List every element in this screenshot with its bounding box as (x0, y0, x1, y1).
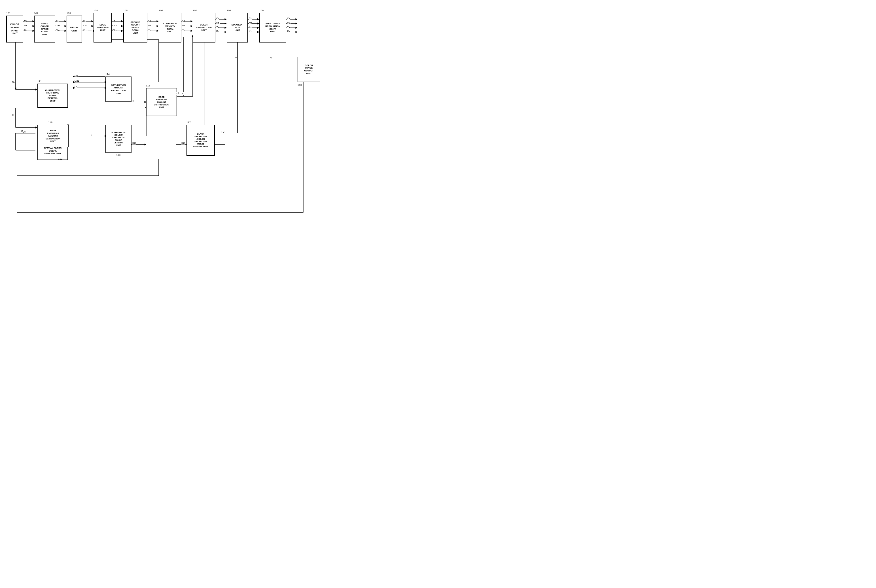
lbl-Ca1-del: Ca₁ (75, 80, 79, 82)
ref-107: 107 (193, 9, 197, 12)
sig-M2: M₂ (216, 21, 220, 24)
lbl-KC-a: KC (132, 142, 136, 144)
sig-Ca1-a: Ca₁ (56, 24, 60, 27)
sig-C1b: C₁ (182, 19, 185, 22)
svg-marker-29 (157, 30, 158, 32)
ref-106: 106 (159, 9, 163, 12)
svg-marker-55 (296, 22, 297, 24)
svg-marker-7 (64, 20, 66, 22)
ref-114: 114 (105, 73, 110, 76)
svg-marker-59 (296, 31, 297, 33)
ref-117: 117 (186, 121, 191, 124)
ref-113: 113 (116, 154, 120, 156)
svg-marker-31 (191, 20, 192, 22)
sig-Cb2: Cb₂ (112, 29, 117, 32)
sig-Y2: Y₂ (216, 26, 219, 28)
svg-marker-27 (157, 25, 158, 27)
ref-112: 112 (58, 157, 62, 160)
block-117: BLACKCHARACTER/COLORCHARACTER/IMAGEDETER… (186, 124, 215, 156)
lbl-Ti-108: Ti (235, 57, 237, 60)
sig-G1-top: G₁ (24, 24, 27, 27)
sig-Ca2: Ca₂ (112, 24, 117, 27)
svg-marker-21 (121, 25, 123, 27)
svg-marker-49 (257, 27, 259, 28)
block-104: EDGEEMPHASISUNIT (93, 13, 112, 42)
sig-C1: C₁ (148, 19, 152, 22)
sig-L1-a: L₁ (56, 19, 58, 22)
svg-marker-41 (225, 27, 226, 28)
svg-marker-37 (225, 18, 226, 20)
sig-Y1b: Y₁ (182, 29, 185, 32)
svg-marker-51 (257, 31, 259, 33)
svg-marker-63 (35, 89, 37, 90)
ref-101: 101 (6, 12, 10, 15)
svg-marker-25 (157, 20, 158, 22)
lbl-epsc: ε_c (182, 92, 186, 95)
lbl-eps: ε (91, 133, 92, 136)
svg-marker-66 (35, 127, 37, 128)
lbl-Cb1-del: Cb₁ (75, 75, 79, 77)
block-103: DELAYUNIT (67, 16, 82, 42)
svg-marker-39 (225, 22, 226, 24)
sig-K4: K₄ (287, 30, 290, 33)
lbl-Ti-left: Ti (12, 113, 14, 116)
sig-B1: B₁ (24, 29, 27, 32)
svg-marker-43 (225, 31, 226, 33)
sig-K2: K₂ (216, 30, 219, 33)
block-101: COLORIMAGEINPUTUNIT (6, 16, 23, 42)
sig-Y4: Y₄ (287, 26, 290, 28)
block-109: SMOOTHING/RESOLUTIONCONV.UNIT (260, 13, 286, 42)
sig-Y1: Y₁ (148, 29, 151, 32)
sig-C2: C₂ (216, 17, 219, 20)
ref-108: 108 (227, 9, 231, 12)
ref-118: 118 (48, 121, 52, 124)
block-118: EDGEEMPHASISAMOUNTEXTRACTIONUNIT (38, 124, 69, 147)
sig-Ca1-b: Ca₁ (83, 24, 88, 27)
svg-marker-9 (64, 25, 66, 27)
svg-marker-19 (121, 20, 123, 22)
block-110: COLORIMAGEOUTPUTUNIT (298, 57, 320, 82)
lbl-L1-del: L₁ (75, 85, 77, 88)
block-111: CHARACTER/HARFTONEIMAGEDETERM.UNIT (38, 84, 68, 108)
lbl-S: S (132, 99, 134, 102)
sig-L1-b: L₂ (83, 19, 86, 22)
block-102: FIRSTCOLORSPACECONV.UNIT (34, 16, 55, 42)
ref-109: 109 (260, 9, 264, 12)
svg-marker-23 (121, 30, 123, 32)
lbl-KC-b: KC (182, 142, 185, 144)
sig-Cb1-b: Cb₁ (83, 29, 88, 32)
ref-104: 104 (93, 9, 98, 12)
svg-marker-47 (257, 22, 259, 24)
svg-marker-57 (296, 27, 297, 28)
lbl-TC: TC (221, 130, 225, 133)
lbl-Ti-109: Ti (270, 57, 272, 60)
svg-marker-13 (92, 20, 93, 22)
sig-K3: K₃ (249, 30, 252, 33)
sig-C3: C₃ (249, 17, 252, 20)
sig-M3: M₃ (249, 21, 252, 24)
lbl-Kij: K_ij (21, 130, 26, 133)
block-107: COLORCORRECTIONUNIT (193, 13, 215, 42)
ref-111: 111 (38, 80, 42, 83)
ref-110: 110 (298, 84, 302, 86)
sig-M1: M₁ (148, 24, 152, 27)
block-106: LUMINANCE/DENSITYCONV.UNIT (159, 13, 182, 42)
lbl-G1-side: G₁ (12, 81, 15, 84)
block-105: SECONDCOLORSPACECONV.UNIT (123, 13, 147, 42)
sig-M4: M₄ (287, 21, 291, 24)
ref-116: 116 (146, 84, 150, 87)
diagram-container: { "title": "Image Processing Block Diagr… (0, 0, 340, 227)
sig-C4: C₄ (287, 17, 290, 20)
sig-L2: L₂ (113, 19, 116, 22)
block-116: EDGEEMPHASISAMOUNTDISTRIBUTIONUNIT (146, 88, 177, 116)
block-114: SATURATIONAMOUNTEXTRACTIONUNIT (105, 76, 132, 102)
sig-Cb1-a: Cb₁ (56, 29, 60, 32)
svg-marker-45 (257, 18, 259, 20)
block-108: BINARIZA-TIONUNIT (227, 13, 248, 42)
svg-marker-15 (92, 25, 93, 27)
svg-marker-33 (191, 25, 192, 27)
sig-Y3: Y₃ (249, 26, 252, 28)
svg-marker-53 (296, 18, 297, 20)
svg-marker-35 (191, 30, 192, 32)
ref-105: 105 (123, 9, 128, 12)
